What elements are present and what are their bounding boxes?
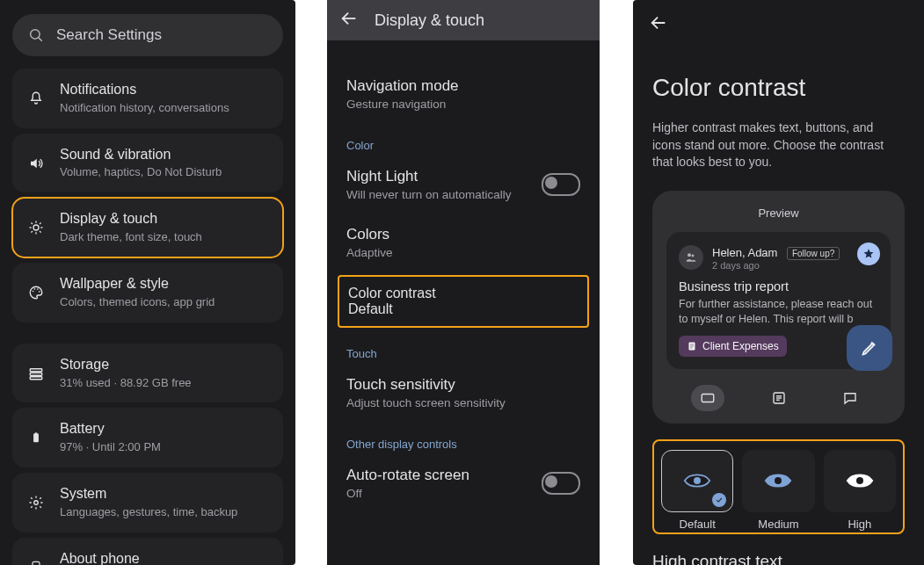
settings-item-storage[interactable]: Storage31% used · 88.92 GB free: [12, 344, 283, 403]
preview-card: Preview Helen, Adam Follow up? 2 days ag…: [652, 191, 905, 424]
preview-label: Preview: [666, 206, 891, 220]
arrow-left-icon: [649, 13, 668, 33]
screenshot-color-contrast: Color contrast Higher contrast makes tex…: [633, 0, 924, 565]
svg-point-13: [37, 288, 39, 290]
svg-point-11: [33, 291, 34, 293]
svg-line-1: [39, 38, 42, 41]
truncated-above: [346, 49, 580, 65]
attachment-chip[interactable]: Client Expenses: [679, 336, 787, 357]
item-subtitle: Languages, gestures, time, backup: [60, 505, 237, 520]
item-touch-sensitivity[interactable]: Touch sensitivity Adjust touch screen se…: [346, 364, 580, 422]
settings-item-about-phone[interactable]: About phonePixel 8a: [12, 538, 283, 565]
settings-item-system[interactable]: SystemLanguages, gestures, time, backup: [12, 473, 283, 532]
night-light-toggle[interactable]: [542, 173, 580, 196]
svg-rect-21: [33, 561, 40, 565]
svg-point-14: [39, 291, 40, 293]
svg-line-10: [40, 223, 41, 225]
high-contrast-text-title: High contrast text: [652, 552, 905, 565]
item-title: System: [60, 485, 237, 503]
screenshot-display-touch: Display & touch Navigation mode Gesture …: [327, 0, 600, 565]
svg-rect-31: [702, 394, 714, 402]
pencil-icon: [860, 338, 879, 358]
message-subject: Business trip report: [679, 279, 878, 293]
item-title: Wallpaper & style: [60, 275, 215, 293]
item-subtitle: 31% used · 88.92 GB free: [60, 376, 192, 391]
item-subtitle: Dark theme, font size, touch: [60, 230, 202, 245]
item-subtitle: Notification history, conversations: [60, 101, 229, 116]
svg-rect-15: [30, 368, 42, 371]
contrast-option-default[interactable]: Default: [661, 450, 733, 532]
star-button[interactable]: [857, 243, 880, 265]
svg-point-37: [775, 477, 782, 484]
svg-rect-16: [30, 373, 42, 375]
item-auto-rotate[interactable]: Auto-rotate screen Off: [346, 454, 580, 512]
svg-rect-18: [33, 434, 39, 443]
people-icon: [684, 250, 698, 264]
settings-item-sound-vibration[interactable]: Sound & vibrationVolume, haptics, Do Not…: [12, 134, 283, 193]
card-icon: [700, 390, 716, 406]
bell-icon: [26, 91, 46, 106]
document-icon: [687, 341, 697, 351]
back-button[interactable]: [339, 9, 359, 32]
svg-rect-19: [35, 432, 37, 433]
contrast-options: DefaultMediumHigh: [652, 439, 905, 535]
eye-icon: [764, 471, 792, 490]
section-other: Other display controls: [346, 422, 580, 454]
section-color: Color: [346, 123, 580, 156]
svg-point-2: [33, 225, 39, 230]
preview-tab-list[interactable]: [762, 385, 796, 411]
screenshot-settings-main: Search Settings NotificationsNotificatio…: [0, 0, 295, 565]
pane3-header: [633, 0, 924, 49]
arrow-left-icon: [339, 9, 359, 28]
settings-item-display-touch[interactable]: Display & touchDark theme, font size, to…: [12, 198, 283, 257]
page-title: Color contrast: [652, 74, 905, 102]
item-title: About phone: [60, 550, 140, 565]
preview-tab-card[interactable]: [691, 385, 724, 411]
svg-point-12: [34, 288, 36, 290]
item-navigation-mode[interactable]: Navigation mode Gesture navigation: [346, 65, 580, 123]
compose-fab[interactable]: [847, 325, 892, 371]
check-icon: [712, 493, 726, 507]
item-night-light[interactable]: Night Light Will never turn on automatic…: [346, 156, 580, 214]
settings-item-battery[interactable]: Battery97% · Until 2:00 PM: [12, 408, 283, 467]
message-tag: Follow up?: [787, 247, 840, 260]
section-touch: Touch: [346, 331, 580, 364]
search-placeholder: Search Settings: [56, 26, 162, 44]
list-icon: [771, 390, 787, 406]
item-subtitle: Colors, themed icons, app grid: [60, 295, 215, 310]
settings-item-wallpaper-style[interactable]: Wallpaper & styleColors, themed icons, a…: [12, 263, 283, 322]
preview-tabs: [666, 385, 891, 411]
palette-icon: [26, 285, 46, 301]
item-title: Storage: [60, 356, 192, 374]
gear-icon: [26, 495, 46, 511]
settings-item-notifications[interactable]: NotificationsNotification history, conve…: [12, 69, 283, 128]
svg-point-0: [31, 30, 40, 40]
back-button[interactable]: [649, 13, 668, 36]
eye-icon: [846, 471, 874, 490]
page-description: Higher contrast makes text, buttons, and…: [652, 120, 905, 171]
preview-message: Helen, Adam Follow up? 2 days ago Busine…: [666, 232, 891, 369]
search-settings[interactable]: Search Settings: [12, 14, 283, 56]
contrast-option-high[interactable]: High: [824, 450, 896, 532]
search-icon: [28, 27, 44, 43]
star-icon: [862, 248, 875, 260]
preview-tab-chat[interactable]: [833, 385, 867, 411]
item-title: Battery: [60, 420, 161, 438]
item-title: Display & touch: [60, 210, 202, 228]
volume-icon: [26, 156, 46, 171]
item-title: Notifications: [60, 81, 229, 99]
svg-point-38: [856, 477, 863, 484]
item-subtitle: Volume, haptics, Do Not Disturb: [60, 165, 222, 180]
svg-rect-17: [30, 376, 42, 379]
contrast-option-medium[interactable]: Medium: [742, 450, 814, 532]
message-time: 2 days ago: [712, 260, 840, 271]
svg-line-8: [40, 231, 41, 233]
item-colors[interactable]: Colors Adaptive: [346, 214, 580, 272]
svg-point-20: [34, 501, 39, 505]
storage-icon: [26, 366, 46, 381]
svg-line-9: [31, 231, 33, 233]
message-body: For further assistance, please reach out…: [679, 297, 878, 327]
auto-rotate-toggle[interactable]: [542, 472, 580, 495]
item-subtitle: 97% · Until 2:00 PM: [60, 440, 161, 455]
item-color-contrast[interactable]: Color contrast Default: [338, 275, 589, 328]
